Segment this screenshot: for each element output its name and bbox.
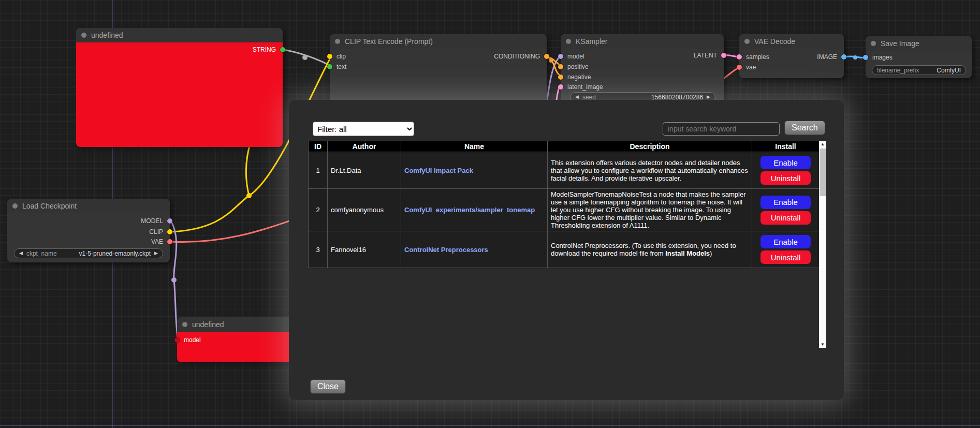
port-dot[interactable] (721, 53, 726, 58)
input-port-negative: negative (561, 73, 724, 81)
combo-left-icon[interactable]: ◀ (19, 248, 23, 258)
node-header[interactable]: CLIP Text Encode (Prompt) (330, 34, 547, 49)
port-dot[interactable] (544, 54, 549, 59)
column-header-install: Install (752, 141, 820, 152)
search-button[interactable]: Search (784, 121, 825, 135)
node-vae-decode[interactable]: VAE Decode samples vae IMAGE (739, 34, 844, 78)
cell-install: EnableUninstall (752, 231, 820, 268)
enable-button[interactable]: Enable (760, 156, 811, 169)
extension-link[interactable]: ControlNet Preprocessors (404, 246, 488, 254)
output-port-conditioning: CONDITIONING (330, 52, 547, 61)
input-port-vae: vae (739, 63, 844, 71)
enable-button[interactable]: Enable (760, 196, 811, 209)
node-load-checkpoint[interactable]: Load Checkpoint MODEL CLIP VAE ◀ ckpt_na… (7, 199, 170, 262)
collapse-dot[interactable] (182, 322, 187, 327)
node-header[interactable]: undefined (76, 28, 283, 42)
output-port-latent: LATENT (561, 51, 724, 60)
input-port-positive: positive (561, 63, 724, 71)
collapse-dot[interactable] (744, 39, 750, 44)
uninstall-button[interactable]: Uninstall (760, 250, 811, 264)
cell-id: 3 (309, 231, 328, 268)
port-dot[interactable] (841, 54, 846, 60)
node-header[interactable]: VAE Decode (739, 34, 844, 49)
node-header[interactable]: KSampler (561, 34, 724, 49)
output-port-image: IMAGE (739, 53, 844, 61)
port-dot[interactable] (863, 55, 868, 60)
table-scrollbar[interactable]: ▲ ▼ (819, 141, 826, 348)
cell-description: This extension offers various detector n… (548, 152, 752, 189)
column-header-id: ID (309, 141, 328, 152)
cell-author: Fannovel16 (328, 231, 401, 268)
extension-row: 3Fannovel16ControlNet PreprocessorsContr… (309, 231, 820, 268)
node-header[interactable]: Load Checkpoint (7, 199, 170, 213)
extensions-table-wrap: IDAuthorNameDescriptionInstall 1Dr.Lt.Da… (308, 141, 826, 348)
input-port-text: text (330, 63, 547, 71)
input-port-model: model (177, 336, 292, 344)
output-port-vae: VAE (7, 238, 170, 246)
port-dot[interactable] (167, 229, 172, 234)
output-port-model: MODEL (7, 217, 170, 225)
ckpt-name-widget[interactable]: ◀ ckpt_name v1-5-pruned-emaonly.ckpt ▶ (14, 248, 163, 258)
uninstall-button[interactable]: Uninstall (760, 211, 811, 225)
node-title: VAE Decode (754, 37, 795, 46)
table-body: 1Dr.Lt.DataComfyUI Impact PackThis exten… (309, 152, 820, 268)
input-port-latent-image: latent_image (561, 83, 724, 91)
extension-row: 1Dr.Lt.DataComfyUI Impact PackThis exten… (309, 152, 820, 189)
node-header[interactable]: undefined (177, 317, 292, 332)
error-node-body (76, 42, 283, 147)
port-dot[interactable] (167, 218, 172, 224)
scroll-down-icon[interactable]: ▼ (819, 341, 826, 348)
port-dot[interactable] (167, 239, 172, 244)
collapse-dot[interactable] (566, 39, 571, 44)
extensions-table: IDAuthorNameDescriptionInstall 1Dr.Lt.Da… (308, 141, 820, 268)
input-port-images: images (866, 53, 972, 62)
output-port-string: STRING (76, 46, 283, 54)
port-dot[interactable] (327, 64, 332, 69)
filename-prefix-widget[interactable]: filename_prefix ComfyUI (872, 65, 966, 75)
node-title: Save Image (881, 39, 919, 48)
uninstall-button[interactable]: Uninstall (760, 171, 811, 185)
scroll-thumb[interactable] (820, 149, 826, 196)
column-header-name: Name (401, 141, 548, 152)
extension-row: 2comfyanonymousComfyUI_experiments/sampl… (309, 189, 820, 231)
graph-canvas[interactable]: undefined STRING CLIP Text Encode (Promp… (0, 0, 980, 428)
custom-nodes-dialog: Filter: all Search IDAuthorNameDescripti… (289, 100, 844, 400)
collapse-dot[interactable] (81, 33, 86, 38)
node-save-image[interactable]: Save Image images filename_prefix ComfyU… (866, 36, 972, 78)
cell-id: 1 (309, 152, 328, 189)
collapse-dot[interactable] (871, 41, 876, 46)
search-input[interactable] (663, 122, 780, 136)
port-dot[interactable] (280, 47, 285, 52)
cell-description: ControlNet Preprocessors. (To use this e… (548, 231, 752, 268)
cell-author: Dr.Lt.Data (328, 152, 401, 189)
extension-link[interactable]: ComfyUI Impact Pack (404, 167, 473, 174)
collapse-dot[interactable] (335, 39, 340, 44)
node-title: undefined (91, 31, 123, 39)
filter-select[interactable]: Filter: all (313, 122, 414, 136)
node-undefined-string[interactable]: undefined STRING (76, 28, 283, 147)
column-header-description: Description (548, 141, 752, 152)
cell-id: 2 (309, 189, 328, 231)
table-head-row: IDAuthorNameDescriptionInstall (309, 141, 820, 152)
close-button[interactable]: Close (310, 379, 346, 394)
cell-name: ControlNet Preprocessors (401, 231, 548, 268)
column-header-author: Author (328, 141, 401, 152)
cell-install: EnableUninstall (752, 189, 820, 231)
enable-button[interactable]: Enable (760, 235, 811, 248)
port-dot[interactable] (174, 337, 180, 343)
combo-right-icon[interactable]: ▶ (154, 248, 158, 258)
port-dot[interactable] (558, 64, 563, 69)
node-title: Load Checkpoint (22, 202, 77, 210)
collapse-dot[interactable] (12, 203, 18, 209)
node-title: CLIP Text Encode (Prompt) (345, 37, 433, 46)
node-undefined-model[interactable]: undefined model (177, 317, 292, 362)
cell-author: comfyanonymous (328, 189, 401, 231)
node-header[interactable]: Save Image (866, 36, 972, 51)
node-title: undefined (192, 320, 224, 329)
scroll-up-icon[interactable]: ▲ (819, 141, 826, 147)
port-dot[interactable] (737, 65, 742, 70)
cell-install: EnableUninstall (752, 152, 820, 189)
port-dot[interactable] (558, 84, 563, 90)
extension-link[interactable]: ComfyUI_experiments/sampler_tonemap (404, 206, 535, 214)
port-dot[interactable] (558, 75, 563, 80)
